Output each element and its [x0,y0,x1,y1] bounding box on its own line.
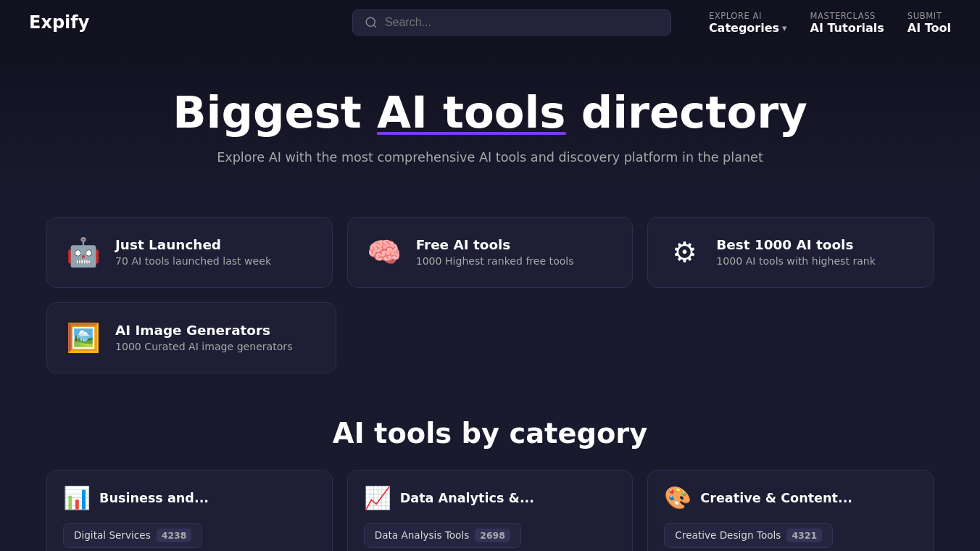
data-analysis-tools-tag[interactable]: Data Analysis Tools 2698 [364,523,521,548]
feature-cards-row-2: 🖼️ AI Image Generators 1000 Curated AI i… [46,302,934,373]
nav-categories-link[interactable]: Categories ▾ [709,21,787,35]
nav-submit[interactable]: Submit AI Tool [908,11,951,35]
site-logo[interactable]: Expify [29,12,89,33]
svg-line-1 [373,25,375,27]
feature-cards-row: 🤖 Just Launched 70 AI tools launched las… [46,217,934,288]
business-category-icon: 📊 [63,485,91,511]
data-analytics-category-icon: 📈 [364,485,391,511]
nav-explore-sub: Explore AI [709,11,762,21]
digital-services-tag[interactable]: Digital Services 4238 [63,523,202,548]
ai-image-icon: 🖼️ [65,319,102,357]
nav-masterclass[interactable]: Masterclass AI Tutorials [810,11,884,35]
just-launched-icon: 🤖 [65,233,102,271]
nav-submit-tool-link[interactable]: AI Tool [908,21,951,35]
best-1000-icon: ⚙️ [665,233,703,271]
data-analytics-tags: Data Analysis Tools 2698 Visualization 1… [364,523,617,551]
feature-cards-section: 🤖 Just Launched 70 AI tools launched las… [0,194,980,373]
nav-tutorials-link[interactable]: AI Tutorials [810,21,884,35]
creative-content-category-card[interactable]: 🎨 Creative & Content... Creative Design … [647,470,934,551]
hero-subtitle: Explore AI with the most comprehensive A… [29,150,951,165]
search-bar[interactable] [352,9,671,36]
search-input[interactable] [385,16,659,29]
creative-content-category-icon: 🎨 [664,485,692,511]
ai-image-generators-card[interactable]: 🖼️ AI Image Generators 1000 Curated AI i… [46,302,336,373]
best-1000-card[interactable]: ⚙️ Best 1000 AI tools 1000 AI tools with… [647,217,934,288]
nav-links: Explore AI Categories ▾ Masterclass AI T… [709,11,951,35]
search-icon [365,16,378,29]
creative-content-category-title: Creative & Content... [700,491,852,505]
best-1000-subtitle: 1000 AI tools with highest rank [716,255,876,267]
free-ai-icon: 🧠 [365,233,403,271]
nav-masterclass-sub: Masterclass [810,11,876,21]
free-ai-title: Free AI tools [416,237,574,252]
ai-image-subtitle: 1000 Curated AI image generators [115,341,293,352]
chevron-down-icon: ▾ [782,22,786,33]
just-launched-card[interactable]: 🤖 Just Launched 70 AI tools launched las… [46,217,333,288]
svg-point-0 [366,17,375,26]
category-heading: AI tools by category [46,417,934,450]
free-ai-tools-card[interactable]: 🧠 Free AI tools 1000 Highest ranked free… [347,217,634,288]
category-cards-row: 📊 Business and... Digital Services 4238 … [46,470,934,551]
creative-design-tools-tag[interactable]: Creative Design Tools 4321 [664,523,833,548]
best-1000-title: Best 1000 AI tools [716,237,876,252]
nav-explore-ai[interactable]: Explore AI Categories ▾ [709,11,787,35]
category-section: AI tools by category 📊 Business and... D… [0,388,980,551]
data-analytics-category-title: Data Analytics &... [400,491,534,505]
business-tags: Digital Services 4238 Marketing Tools 31… [63,523,316,551]
just-launched-title: Just Launched [115,237,271,252]
business-category-card[interactable]: 📊 Business and... Digital Services 4238 … [46,470,333,551]
ai-image-title: AI Image Generators [115,323,293,338]
creative-content-tags: Creative Design Tools 4321 Content Writi… [664,523,917,551]
nav-submit-sub: Submit [908,11,942,21]
free-ai-subtitle: 1000 Highest ranked free tools [416,255,574,267]
business-category-title: Business and... [99,491,209,505]
data-analytics-category-card[interactable]: 📈 Data Analytics &... Data Analysis Tool… [347,470,634,551]
navbar: Expify Explore AI Categories ▾ Mastercla… [0,0,980,45]
just-launched-subtitle: 70 AI tools launched last week [115,255,271,267]
hero-section: Biggest AI tools directory Explore AI wi… [0,45,980,194]
hero-title: Biggest AI tools directory [29,88,951,137]
